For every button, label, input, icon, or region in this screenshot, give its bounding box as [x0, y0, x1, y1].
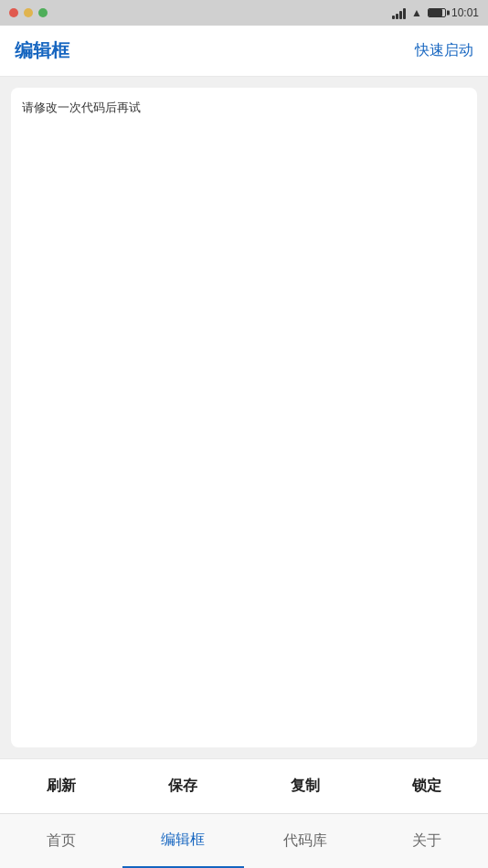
nav-item-home[interactable]: 首页	[0, 814, 122, 868]
status-bar-right: ▲ 10:01	[392, 6, 479, 19]
dot-red	[9, 8, 18, 17]
status-time: 10:01	[451, 6, 479, 19]
copy-button[interactable]: 复制	[244, 759, 366, 813]
lock-button[interactable]: 锁定	[366, 759, 489, 813]
wifi-icon: ▲	[411, 6, 422, 19]
nav-item-about[interactable]: 关于	[366, 814, 489, 868]
nav-item-codelib[interactable]: 代码库	[244, 814, 366, 868]
main-content: 请修改一次代码后再试	[0, 77, 488, 758]
dot-green	[38, 8, 48, 17]
refresh-button[interactable]: 刷新	[0, 759, 122, 813]
battery-icon	[428, 8, 446, 17]
bottom-nav: 首页 编辑框 代码库 关于	[0, 813, 488, 868]
action-bar: 刷新 保存 复制 锁定	[0, 758, 488, 813]
app-bar: 编辑框 快速启动	[0, 26, 488, 77]
save-button[interactable]: 保存	[122, 759, 245, 813]
quick-start-button[interactable]: 快速启动	[415, 41, 473, 60]
nav-item-editor[interactable]: 编辑框	[122, 814, 245, 868]
battery-fill	[429, 9, 442, 16]
dot-yellow	[24, 8, 33, 17]
status-bar-left	[9, 8, 48, 17]
editor-container[interactable]: 请修改一次代码后再试	[11, 88, 477, 747]
status-bar: ▲ 10:01	[0, 0, 488, 26]
editor-text: 请修改一次代码后再试	[22, 99, 466, 117]
signal-icon	[392, 6, 406, 19]
app-bar-title: 编辑框	[15, 38, 69, 63]
